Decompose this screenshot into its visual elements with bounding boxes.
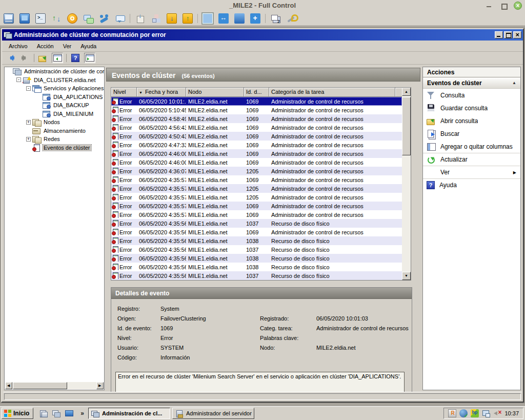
expander-toggle[interactable] [7,69,11,74]
remote-toolbar-button[interactable] [269,12,281,25]
table-row[interactable]: Error 06/05/2020 4:35:57 MILE1.eldia.net… [111,202,402,210]
menu-item[interactable]: Ayuda [76,42,101,50]
volume-muted-icon[interactable] [493,409,501,417]
table-row[interactable]: Error 06/05/2020 4:35:57 MILE1.eldia.net… [111,210,402,219]
remote-toolbar-button[interactable] [50,12,63,25]
remote-toolbar-button[interactable] [18,12,31,25]
table-row[interactable]: Error 06/05/2020 4:35:57 MILE1.eldia.net… [111,193,402,202]
tree-item[interactable]: + Nodos [5,118,104,127]
action-item[interactable]: Agregar o quitar columnas [423,140,520,153]
tree-item[interactable]: DIA_APLICATIONS [5,93,104,102]
forward-button[interactable] [19,53,31,63]
table-row[interactable]: Error 06/05/2020 4:50:43 MILE2.eldia.net… [111,132,402,141]
action-item[interactable]: Ver [423,166,520,178]
mmc-titlebar[interactable]: Administración de clúster de conmutación… [2,29,523,41]
tree-item[interactable]: - Servicios y Aplicaciones [5,84,104,93]
remote-toolbar-button[interactable] [233,12,246,25]
restore-icon[interactable] [499,2,508,10]
expander-toggle[interactable] [36,94,41,99]
collapse-section-icon[interactable] [512,81,516,85]
chevron-more-icon[interactable] [80,410,84,417]
table-row[interactable]: Error 06/05/2020 4:47:33 MILE2.eldia.net… [111,141,402,149]
expander-toggle[interactable]: - [16,77,21,82]
tree-horizontal-scrollbar[interactable] [5,382,104,389]
table-row[interactable]: Error 06/05/2020 4:46:00 MILE1.eldia.net… [111,158,402,167]
tree-item[interactable]: DIA_MILENIUM [5,110,104,118]
table-row[interactable]: Error 06/05/2020 4:36:07 MILE1.eldia.net… [111,167,402,175]
table-row[interactable]: Error 06/05/2020 4:35:56 MILE1.eldia.net… [111,245,402,254]
table-row[interactable]: Error 06/05/2020 4:35:57 MILE1.eldia.net… [111,184,402,193]
tree-item[interactable]: Administración de clúster de conmu [5,67,104,76]
console-tree-button[interactable] [52,53,63,63]
scroll-left-icon[interactable] [5,382,12,389]
mmc-maximize-icon[interactable] [504,31,512,38]
close-icon[interactable] [514,2,522,10]
expander-toggle[interactable] [36,111,41,116]
remote-toolbar-button[interactable] [249,12,261,25]
remote-toolbar-button[interactable] [98,12,110,25]
scroll-right-icon[interactable] [96,382,104,389]
net-check-icon[interactable] [459,409,468,417]
column-header-fecha[interactable]: ▼ Fecha y hora [137,88,186,97]
remote-toolbar-button[interactable] [217,12,230,25]
start-button[interactable]: Inicio [2,408,33,419]
remote-toolbar-button[interactable] [181,12,194,25]
tree-item[interactable]: Eventos de clúster [5,144,104,152]
table-row[interactable]: Error 06/05/2020 4:56:43 MILE2.eldia.net… [111,123,402,132]
remote-toolbar-button[interactable] [114,12,126,25]
table-row[interactable]: Error 06/05/2020 4:35:56 MILE1.eldia.net… [111,263,402,271]
tree-item[interactable]: - DIA_CLUSTER.eldia.net [5,76,104,85]
column-header-nodo[interactable]: Nodo [186,88,244,97]
expander-toggle[interactable] [26,145,31,150]
table-row[interactable]: Error 06/05/2020 10:01:... MILE2.eldia.n… [111,97,402,106]
export-list-button[interactable] [37,53,49,63]
menu-item[interactable]: Archivo [4,42,32,50]
menu-item[interactable]: Ver [58,42,76,50]
remote-toolbar-button[interactable] [66,12,78,25]
action-item[interactable]: Buscar [423,127,520,140]
column-header-id[interactable]: Id. d... [244,88,269,97]
remote-toolbar-button[interactable] [82,12,94,25]
expander-toggle[interactable] [36,103,41,108]
table-row[interactable]: Error 06/05/2020 4:35:56 MILE1.eldia.net… [111,236,402,245]
column-header-categoria[interactable]: Categoría de la tarea [269,88,395,97]
scroll-up-icon[interactable] [402,88,411,96]
quick-launch-button[interactable] [64,409,73,418]
remote-toolbar-button[interactable] [201,12,214,25]
table-row[interactable]: Error 06/05/2020 4:35:56 MILE1.eldia.net… [111,228,402,236]
table-row[interactable]: Error 06/05/2020 4:35:56 MILE1.eldia.net… [111,254,402,263]
tree-item[interactable]: DIA_BACKUP [5,101,104,110]
mmc-minimize-icon[interactable] [495,31,503,38]
column-header-nivel[interactable]: Nivel [111,88,137,97]
remote-toolbar-button[interactable] [134,12,146,25]
scrollbar-thumb[interactable] [13,382,67,389]
remote-toolbar-button[interactable] [285,12,297,25]
scroll-down-icon[interactable] [402,272,411,280]
remote-toolbar-button[interactable] [3,12,15,25]
action-item[interactable]: Actualizar [423,153,520,166]
action-item[interactable]: Consulta [423,89,520,102]
table-vertical-scrollbar[interactable] [402,88,411,280]
table-row[interactable]: Error 06/05/2020 4:58:49 MILE2.eldia.net… [111,114,402,123]
mmc-close-icon[interactable] [513,31,521,38]
expander-toggle[interactable]: + [26,120,31,125]
table-row[interactable]: Error 06/05/2020 4:46:00 MILE1.eldia.net… [111,149,402,158]
tree-item[interactable]: Almacenamiento [5,127,104,135]
help-button[interactable]: ? [70,53,81,63]
table-row[interactable]: Error 06/05/2020 5:10:45 MILE2.eldia.net… [111,106,402,114]
display-net-icon[interactable] [482,409,490,417]
action-pane-button[interactable] [84,53,95,63]
quick-launch-button[interactable] [51,409,60,418]
remote-toolbar-button[interactable] [150,12,162,25]
taskbar-button-server-manager[interactable]: Administrador del servidor [172,408,254,419]
remote-toolbar-button[interactable] [166,12,178,25]
action-item[interactable]: Ayuda [423,178,520,191]
expander-toggle[interactable]: - [26,86,31,91]
hp-icon[interactable] [471,409,479,417]
scrollbar-thumb[interactable] [402,97,411,155]
table-row[interactable]: Error 06/05/2020 4:35:56 MILE1.eldia.net… [111,271,402,280]
quick-launch-button[interactable] [38,409,48,418]
minimize-icon[interactable] [485,2,493,10]
expander-toggle[interactable]: + [26,137,31,142]
tree-item[interactable]: + Redes [5,135,104,144]
